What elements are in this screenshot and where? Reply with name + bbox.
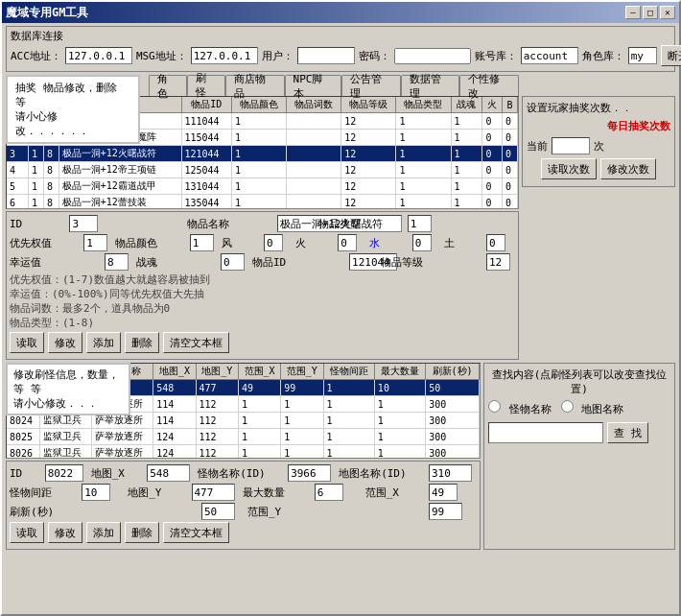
form-name-label: 物品名称 [187, 217, 273, 231]
mcol-y: 地图_Y [196, 364, 238, 380]
mform-mapy-label: 地图_Y [128, 486, 188, 500]
tab-custom[interactable]: 个性修改 [459, 75, 519, 96]
mform-dist-input[interactable] [82, 484, 110, 501]
search-button[interactable]: 查 找 [607, 422, 648, 443]
db-input[interactable] [521, 47, 578, 64]
monster-delete-button[interactable]: 删除 [125, 522, 159, 543]
table-row[interactable]: 8025监狱卫兵萨举放逐所1241121111300 [7, 429, 480, 445]
disconnect-button[interactable]: 断开 [661, 45, 681, 66]
acc-input[interactable] [65, 47, 132, 64]
form-type-input[interactable] [408, 215, 432, 232]
tab-data[interactable]: 数据管理 [401, 75, 460, 96]
lottery-suffix: 次 [594, 139, 604, 154]
item-add-button[interactable]: 添加 [86, 332, 121, 353]
radio-map-label[interactable]: 地图名称 [561, 400, 624, 416]
search-box: 查找内容(点刷怪列表可以改变查找位置) 怪物名称 地图名称 查 [483, 363, 675, 550]
mform-mapname-label: 地图名称(ID) [339, 466, 426, 481]
tab-role[interactable]: 角色 [149, 75, 187, 96]
mform-dist-label: 怪物间距 [10, 486, 79, 500]
window-controls: — □ ✕ [625, 6, 675, 19]
lottery-daily-label: 每日抽奖次数 [527, 119, 670, 133]
form-id-label: ID [10, 218, 66, 230]
col-words: 物品词数 [287, 97, 341, 113]
mcol-rx: 范围_X [238, 364, 280, 380]
role-label: 角色库： [582, 49, 624, 63]
form-level-input[interactable] [486, 253, 510, 271]
main-window: 魔域专用GM工具 — □ ✕ 数据库连接 ACC地址： MSG地址： 用户： 密… [0, 0, 681, 616]
user-input[interactable] [297, 47, 355, 64]
radio-map[interactable] [561, 400, 574, 413]
minimize-button[interactable]: — [625, 6, 641, 19]
mcol-x: 地图_X [153, 364, 196, 380]
item-modify-button[interactable]: 修改 [48, 332, 82, 353]
form-priority-input[interactable] [83, 234, 107, 251]
mform-rx-label: 范围_X [365, 486, 426, 500]
acc-label: ACC地址： [11, 49, 61, 63]
pwd-input[interactable] [394, 48, 471, 64]
mform-mapx-label: 地图_X [91, 466, 145, 481]
mform-mapname-input[interactable] [429, 464, 472, 482]
form-priority-label: 优先权值 [10, 236, 81, 250]
monster-modify-button[interactable]: 修改 [48, 522, 82, 543]
form-id-input[interactable] [69, 215, 98, 232]
form-water-input[interactable] [412, 234, 432, 251]
msg-label: MSG地址： [136, 49, 187, 63]
lottery-section: 设置玩家抽奖次数．． 每日抽奖次数 当前 次 读取次数 修改次数 [522, 75, 675, 360]
mform-id-input[interactable] [45, 464, 83, 482]
mform-mname-input[interactable] [288, 464, 331, 482]
form-color-input[interactable] [190, 234, 214, 251]
form-earth-input[interactable] [486, 234, 505, 251]
tab-shop[interactable]: 商店物品 [225, 75, 285, 96]
form-earth-label: 土 [444, 236, 483, 250]
form-soul-input[interactable] [221, 253, 245, 271]
window-title: 魔域专用GM工具 [6, 5, 88, 21]
item-clear-button[interactable]: 清空文本框 [163, 332, 229, 353]
form-color-label: 物品颜色 [115, 236, 186, 250]
monster-read-button[interactable]: 读取 [10, 522, 44, 543]
lottery-set-label: 设置玩家抽奖次数．． [527, 101, 670, 115]
form-luck-input[interactable] [105, 253, 129, 271]
mform-ry-label: 范围_Y [247, 505, 426, 519]
tab-refresh[interactable]: 刷怪 [187, 75, 225, 96]
mform-mapy-input[interactable] [192, 484, 235, 501]
lottery-modify-button[interactable]: 修改次数 [600, 158, 656, 179]
mform-ry-input[interactable] [429, 503, 462, 520]
mcol-max: 最大数量 [374, 364, 425, 380]
table-row[interactable]: 318极品一洞+12火曙战符1210441121100 [7, 146, 518, 162]
mform-rx-input[interactable] [429, 484, 458, 501]
monster-clear-button[interactable]: 清空文本框 [163, 522, 229, 543]
mform-mapx-input[interactable] [147, 464, 190, 482]
table-row[interactable]: 618极品一洞+12蕾技装1350441121100 [7, 195, 518, 210]
close-button[interactable]: ✕ [660, 6, 675, 19]
search-input[interactable] [488, 422, 603, 443]
form-fire-input[interactable] [338, 234, 357, 251]
role-input[interactable] [628, 47, 657, 64]
form-level-label: 物品等级 [381, 255, 483, 270]
form-luck-label: 幸运值 [10, 255, 102, 270]
monster-warning-box: 修改刷怪信息，数量，等 等请小心修改．．． [6, 363, 130, 415]
tab-npc[interactable]: NPC脚本 [285, 75, 342, 96]
monster-warning-text: 修改刷怪信息，数量，等 等请小心修改．．． [13, 367, 123, 411]
msg-input[interactable] [191, 47, 258, 64]
item-delete-button[interactable]: 删除 [125, 332, 159, 353]
table-row[interactable]: 8026监狱卫兵萨举放逐所1241121111300 [7, 445, 480, 460]
mform-refresh-input[interactable] [201, 503, 235, 520]
item-warning-text: 抽奖 物品修改，删除 等请小心修改．．．．．． [15, 81, 130, 138]
user-label: 用户： [262, 49, 294, 63]
lottery-current-input[interactable] [552, 137, 590, 154]
maximize-button[interactable]: □ [643, 6, 658, 19]
form-wind-input[interactable] [264, 234, 283, 251]
table-row[interactable]: 418极品一洞+12帝王项链1250441121100 [7, 162, 518, 178]
monster-add-button[interactable]: 添加 [86, 522, 121, 543]
lottery-box: 设置玩家抽奖次数．． 每日抽奖次数 当前 次 读取次数 修改次数 [522, 96, 675, 187]
radio-monster[interactable] [488, 400, 501, 413]
radio-monster-label[interactable]: 怪物名称 [488, 400, 552, 416]
item-read-button[interactable]: 读取 [10, 332, 44, 353]
mform-id-label: ID [10, 467, 42, 480]
form-wind-label: 风 [222, 236, 261, 250]
mform-max-input[interactable] [315, 484, 343, 501]
lottery-read-button[interactable]: 读取次数 [541, 158, 597, 179]
db-section-label: 数据库连接 [11, 29, 670, 43]
tab-notice[interactable]: 公告管理 [341, 75, 401, 96]
table-row[interactable]: 518极品一洞+12霸道战甲1310441121100 [7, 178, 518, 195]
